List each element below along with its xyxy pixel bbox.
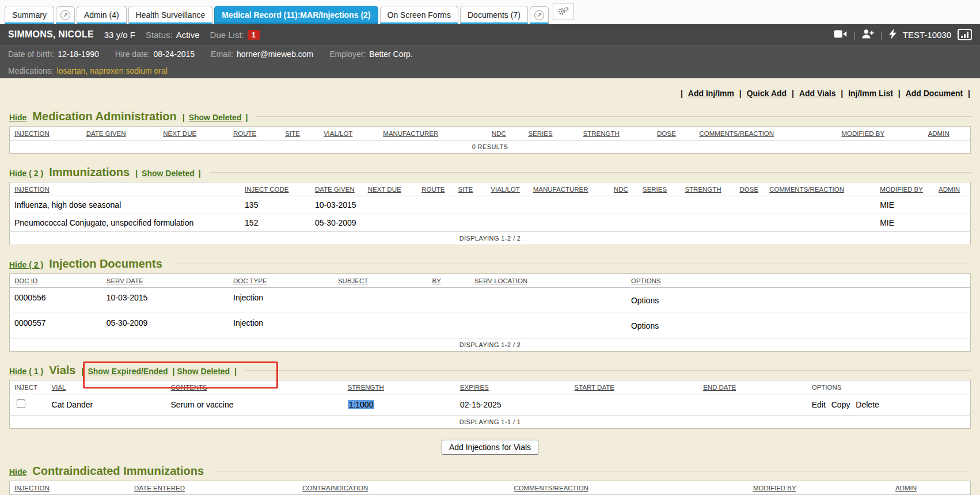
column-header[interactable]: SERIES	[523, 127, 578, 140]
column-header[interactable]: NDC	[609, 182, 638, 196]
column-header[interactable]: NEXT DUE	[363, 182, 417, 196]
add-document-link[interactable]: Add Document	[906, 89, 963, 98]
column-header[interactable]: EXPIRES	[455, 380, 570, 394]
hide-link[interactable]: Hide ( 1 )	[9, 367, 43, 376]
medications-label: Medications:	[8, 66, 54, 75]
settings-button[interactable]	[553, 3, 574, 20]
vial-inject-checkbox[interactable]	[17, 399, 25, 408]
show-deleted-link[interactable]: Show Deleted	[142, 169, 195, 178]
options-link[interactable]: Options	[631, 296, 659, 305]
add-injections-for-vials-button[interactable]: Add Injections for Vials	[442, 440, 538, 455]
quick-links: | Add Inj/Imm | Quick Add | Add Vials | …	[9, 79, 971, 98]
table-footer-row: DISPLAYING 1-2 / 2	[10, 232, 971, 245]
hire-date-value: 08-24-2015	[153, 50, 195, 59]
column-header[interactable]: VIAL	[47, 380, 166, 394]
column-header[interactable]: MANUFACTURER	[378, 127, 487, 140]
tab-documents[interactable]: Documents (7)	[460, 6, 528, 24]
column-header[interactable]: MANUFACTURER	[529, 182, 609, 196]
column-header[interactable]: DOSE	[735, 182, 765, 196]
column-header[interactable]: DOSE	[652, 127, 694, 140]
column-header[interactable]: SITE	[280, 127, 319, 140]
column-header[interactable]: NEXT DUE	[158, 127, 229, 140]
medication-administration-table: INJECTION DATE GIVEN NEXT DUE ROUTE SITE…	[9, 126, 971, 154]
hide-link[interactable]: Hide ( 2 )	[9, 169, 43, 178]
column-header[interactable]: STRENGTH	[680, 182, 735, 196]
column-header[interactable]: ADMIN	[924, 127, 971, 140]
hide-link[interactable]: Hide	[9, 113, 26, 122]
hide-link[interactable]: Hide ( 2 )	[9, 260, 43, 269]
tab-medical-record[interactable]: Medical Record (11):MAR/Injections (2)	[214, 6, 378, 24]
edit-link[interactable]: Edit	[812, 400, 826, 409]
column-header: OPTIONS	[807, 380, 971, 394]
column-header[interactable]: CONTENTS	[166, 380, 343, 394]
column-header[interactable]: ADMIN	[934, 182, 971, 196]
column-header[interactable]: INJECT CODE	[240, 182, 310, 196]
tab-health-surveillance[interactable]: Health Surveillance	[128, 6, 213, 24]
copy-link[interactable]: Copy	[831, 400, 850, 409]
column-header[interactable]: ROUTE	[417, 182, 453, 196]
column-header[interactable]: COMMENTS/REACTION	[765, 182, 875, 196]
column-header[interactable]: MODIFIED BY	[749, 481, 891, 495]
expires-cell: 02-15-2025	[455, 394, 570, 416]
column-header[interactable]: SERV LOCATION	[470, 274, 626, 288]
tab-documents-popout[interactable]: ↗	[530, 6, 549, 24]
column-header[interactable]: NDC	[487, 127, 523, 140]
add-vials-link[interactable]: Add Vials	[799, 89, 836, 98]
column-header[interactable]: START DATE	[570, 380, 699, 394]
table-header-row: INJECTION DATE GIVEN NEXT DUE ROUTE SITE…	[10, 127, 971, 140]
column-header[interactable]: OPTIONS	[626, 274, 971, 288]
column-header[interactable]: INJECTION	[10, 127, 82, 140]
column-header[interactable]: INJECTION	[10, 481, 130, 495]
column-header[interactable]: INJECTION	[10, 182, 241, 196]
column-header[interactable]: MODIFIED BY	[837, 127, 923, 140]
show-expired-ended-link[interactable]: Show Expired/Ended	[88, 367, 168, 376]
column-header[interactable]: VIAL/LOT	[486, 182, 528, 196]
inj-imm-list-link[interactable]: Inj/Imm List	[848, 89, 893, 98]
column-header[interactable]: SERIES	[638, 182, 680, 196]
paging-text: DISPLAYING 1-2 / 2	[10, 232, 971, 245]
column-header[interactable]: DATE ENTERED	[130, 481, 298, 495]
video-call-button[interactable]	[834, 29, 847, 40]
flowsheet-button[interactable]	[958, 29, 972, 40]
column-header[interactable]: STRENGTH	[579, 127, 653, 140]
column-header[interactable]: END DATE	[698, 380, 807, 394]
column-header[interactable]: DATE GIVEN	[310, 182, 363, 196]
tab-on-screen-forms[interactable]: On Screen Forms	[380, 6, 458, 24]
column-header[interactable]: ROUTE	[229, 127, 280, 140]
modified-by-cell: MIE	[875, 196, 934, 214]
column-header[interactable]: COMMENTS/REACTION	[509, 481, 749, 495]
column-header[interactable]: DOC ID	[10, 274, 102, 288]
column-header[interactable]: COMMENTS/REACTION	[694, 127, 837, 140]
doc-id-cell[interactable]: 0000556	[10, 288, 102, 313]
column-header[interactable]: DOC TYPE	[229, 274, 333, 288]
column-header[interactable]: VIAL/LOT	[319, 127, 378, 140]
delete-link[interactable]: Delete	[856, 400, 879, 409]
show-deleted-link[interactable]: Show Deleted	[177, 367, 230, 376]
doc-id-cell[interactable]: 0000557	[10, 313, 102, 338]
add-person-button[interactable]	[862, 29, 874, 40]
quick-actions-button[interactable]	[889, 29, 897, 41]
due-list-badge[interactable]: 1	[248, 30, 260, 40]
column-header[interactable]: DATE GIVEN	[82, 127, 159, 140]
column-header[interactable]: SUBJECT	[333, 274, 428, 288]
column-header[interactable]: BY	[427, 274, 469, 288]
column-header[interactable]: SITE	[454, 182, 487, 196]
hide-link[interactable]: Hide	[9, 467, 26, 477]
vials-table: INJECT VIAL CONTENTS STRENGTH EXPIRES ST…	[9, 380, 971, 429]
tab-summary-popout[interactable]: ↗	[56, 6, 75, 24]
show-deleted-link[interactable]: Show Deleted	[189, 113, 242, 122]
separator: |	[183, 113, 185, 122]
tab-summary[interactable]: Summary	[5, 6, 54, 24]
section-title: Injection Documents	[49, 257, 162, 271]
column-header[interactable]: ADMIN	[891, 481, 971, 495]
column-header[interactable]: SERV DATE	[102, 274, 229, 288]
tab-admin[interactable]: Admin (4)	[77, 6, 127, 24]
medications-value[interactable]: losartan, naproxen sodium oral	[57, 66, 168, 75]
quick-add-link[interactable]: Quick Add	[747, 89, 787, 98]
add-inj-imm-link[interactable]: Add Inj/Imm	[688, 89, 734, 98]
section-contraindicated-immunizations: Hide Contraindicated Immunizations INJEC…	[9, 464, 971, 495]
column-header[interactable]: STRENGTH	[343, 380, 455, 394]
column-header[interactable]: CONTRAINDICATION	[298, 481, 509, 495]
options-link[interactable]: Options	[631, 321, 659, 330]
column-header[interactable]: MODIFIED BY	[875, 182, 934, 196]
